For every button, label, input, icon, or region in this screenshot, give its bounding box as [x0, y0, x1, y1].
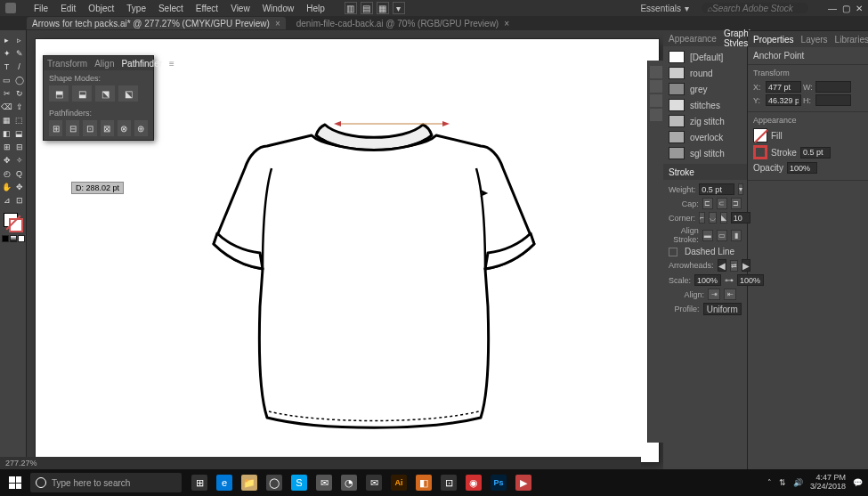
app-icon[interactable]: ⊡ — [436, 469, 461, 496]
pathfinder-panel[interactable]: Transform Align Pathfinder ≡ Shape Modes… — [43, 55, 154, 141]
window-minimize-button[interactable]: — — [828, 4, 837, 13]
list-item[interactable]: round — [669, 66, 742, 80]
menu-help[interactable]: Help — [306, 4, 325, 13]
menu-view[interactable]: View — [231, 4, 250, 13]
minus-back-button[interactable]: ⊕ — [134, 120, 148, 136]
workspace-switcher[interactable]: Essentials ▾ — [640, 4, 689, 13]
rectangle-tool[interactable]: ▭ — [1, 74, 13, 86]
divide-button[interactable]: ⊞ — [49, 120, 62, 136]
cap-proj-button[interactable]: ⊐ — [731, 198, 742, 209]
graph-tool[interactable]: ✧ — [13, 154, 26, 167]
color-mode-none[interactable] — [18, 235, 25, 242]
blend-tool[interactable]: ⊟ — [13, 141, 26, 153]
arrange-icon-3[interactable]: ▦ — [377, 2, 389, 14]
link-icon[interactable]: ⊶ — [725, 275, 734, 285]
artboard[interactable]: ➤ D: 288.02 pt Transform Align Pathfinde… — [36, 39, 659, 462]
scale-tool[interactable]: ⇪ — [13, 101, 26, 113]
start-button[interactable] — [0, 469, 30, 496]
y-input[interactable] — [766, 94, 801, 106]
merge-button[interactable]: ⊡ — [83, 120, 96, 136]
menu-window[interactable]: Window — [263, 4, 295, 13]
menu-edit[interactable]: Edit — [61, 4, 76, 13]
close-icon[interactable]: × — [504, 19, 509, 28]
app-icon[interactable]: ◉ — [461, 469, 486, 496]
chevron-down-icon[interactable]: ▾ — [738, 183, 743, 195]
list-item[interactable]: [Default] — [669, 50, 742, 64]
corner-round-button[interactable]: ◡ — [709, 212, 717, 224]
cap-round-button[interactable]: ⊂ — [717, 198, 727, 209]
opacity-input[interactable] — [787, 162, 817, 174]
clock[interactable]: 4:47 PM 3/24/2018 — [810, 474, 846, 492]
crop-button[interactable]: ⊠ — [101, 120, 114, 136]
tab-layers[interactable]: Layers — [801, 35, 828, 45]
canvas[interactable]: ➤ D: 288.02 pt Transform Align Pathfinde… — [27, 30, 663, 469]
perspective-tool[interactable]: ⊿ — [1, 194, 13, 207]
align-outside-button[interactable]: ▮ — [731, 230, 742, 241]
fill-swatch-button[interactable] — [753, 128, 767, 142]
app-icon[interactable]: ◧ — [411, 469, 436, 496]
photoshop-app-icon[interactable]: Ps — [486, 469, 511, 496]
corner-bevel-button[interactable]: ◣ — [720, 212, 727, 224]
illustrator-app-icon[interactable]: Ai — [386, 469, 411, 496]
h-input[interactable] — [815, 94, 851, 106]
tray-network-icon[interactable]: ⇅ — [779, 478, 786, 487]
intersect-button[interactable]: ⬔ — [95, 85, 115, 102]
swap-arrowheads-icon[interactable]: ⇄ — [730, 260, 738, 272]
stroke-swatch-button[interactable] — [753, 145, 767, 159]
dock-color-icon[interactable] — [650, 66, 662, 78]
dock-symbols-icon[interactable] — [650, 109, 662, 121]
tab-transform[interactable]: Transform — [47, 59, 87, 69]
artboard-tool[interactable]: ◴ — [1, 167, 13, 180]
tab-align[interactable]: Align — [94, 59, 114, 69]
dashed-line-checkbox[interactable] — [669, 248, 677, 256]
zoom-level[interactable]: 277.27% — [5, 459, 37, 468]
mail-app-icon[interactable]: ✉ — [312, 469, 337, 496]
panel-menu-icon[interactable]: ≡ — [169, 59, 174, 69]
hand-tool[interactable]: ✋ — [1, 181, 13, 193]
menu-effect[interactable]: Effect — [196, 4, 218, 13]
app-icon[interactable]: ◔ — [337, 469, 361, 496]
eraser-tool[interactable]: ⌫ — [1, 101, 13, 113]
stock-search-input[interactable]: ⌕ Search Adobe Stock — [702, 3, 808, 13]
tab-libraries[interactable]: Libraries — [835, 35, 868, 45]
slice-tool[interactable]: ✥ — [13, 181, 26, 193]
align-inside-button[interactable]: ▭ — [717, 230, 727, 241]
weight-input[interactable] — [699, 183, 734, 195]
fill-stroke-swatch[interactable] — [4, 213, 23, 232]
width-tool[interactable]: ▦ — [1, 114, 13, 126]
dock-swatches-icon[interactable] — [650, 80, 662, 93]
arrange-icon-1[interactable]: ▥ — [345, 2, 357, 14]
x-input[interactable] — [766, 81, 801, 93]
arrowhead-start-select[interactable]: ◀ — [718, 259, 726, 272]
minus-front-button[interactable]: ⬓ — [72, 85, 92, 102]
edge-app-icon[interactable]: e — [212, 469, 237, 496]
align-center-button[interactable]: ▬ — [702, 230, 713, 241]
trim-button[interactable]: ⊟ — [66, 120, 79, 136]
unite-button[interactable]: ⬒ — [49, 85, 69, 102]
explorer-app-icon[interactable]: 📁 — [237, 469, 262, 496]
notifications-icon[interactable]: 💬 — [853, 478, 863, 487]
rotate-tool[interactable]: ↻ — [13, 87, 26, 100]
eyedropper-tool[interactable]: ⊞ — [1, 141, 13, 153]
w-input[interactable] — [815, 81, 851, 93]
cap-butt-button[interactable]: ⊏ — [702, 198, 713, 209]
corner-miter-button[interactable]: ⌐ — [699, 212, 705, 224]
close-icon[interactable]: × — [275, 19, 280, 28]
line-tool[interactable]: / — [13, 61, 26, 73]
tray-volume-icon[interactable]: 🔊 — [793, 478, 803, 487]
tab-stroke[interactable]: Stroke — [669, 167, 694, 177]
color-mode-color[interactable] — [2, 235, 9, 242]
stroke-weight-input[interactable] — [800, 147, 831, 159]
zoom-tool[interactable]: Q — [13, 167, 26, 180]
print-tiling-tool[interactable]: ⊡ — [13, 194, 26, 207]
tab-pathfinder[interactable]: Pathfinder — [121, 59, 162, 69]
scale-start-input[interactable] — [694, 274, 721, 286]
document-tab-inactive[interactable]: denim-file-cad-back.ai @ 70% (RGB/GPU Pr… — [291, 17, 515, 29]
list-item[interactable]: stitches — [669, 98, 742, 112]
chrome-app-icon[interactable]: ◯ — [262, 469, 287, 496]
list-item[interactable]: zig stitch — [669, 114, 742, 128]
taskbar-search-input[interactable]: Type here to search — [30, 473, 182, 492]
magic-wand-tool[interactable]: ✦ — [1, 47, 13, 60]
tray-chevron-up-icon[interactable]: ˄ — [767, 478, 772, 487]
task-view-button[interactable]: ⊞ — [187, 469, 212, 496]
